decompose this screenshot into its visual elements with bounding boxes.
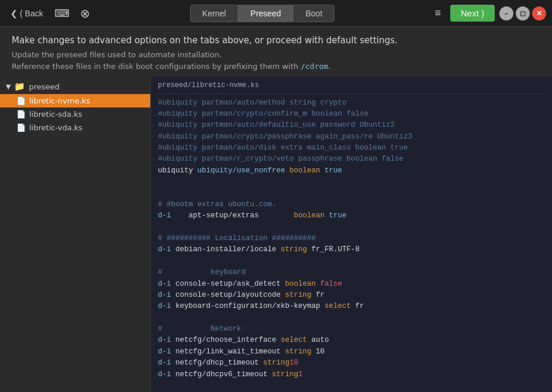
folder-label: preseed: [29, 82, 59, 91]
folder-icon: 📁: [14, 81, 25, 92]
back-label: ( Back: [20, 9, 43, 18]
sub-text-mono: /cdrom: [301, 62, 328, 71]
maximize-button[interactable]: ◻: [516, 6, 530, 20]
code-line: [158, 176, 545, 188]
main-description: Make changes to advanced options on the …: [12, 35, 540, 46]
folder-arrow-icon: ▼: [6, 83, 11, 91]
code-line: #ubiquity partman/crypto/passphrase agai…: [158, 131, 545, 143]
tab-boot[interactable]: Boot: [293, 5, 334, 22]
code-lines: #ubiquity partman/auto/method string cry…: [158, 98, 545, 392]
code-line: #ubiquity partman/r_crypto/veto passphra…: [158, 154, 545, 165]
file-icon-nvme: 📄: [16, 96, 26, 105]
code-line: d-i netcfg/link_wait_timeout string 10: [158, 346, 545, 358]
code-line: d-i netcfg/dhcpv6_timeout string1: [158, 369, 545, 380]
close-circle-icon: ⊗: [80, 6, 90, 20]
code-line: [158, 380, 545, 391]
code-line: d-i console-setup/layoutcode string fr: [158, 290, 545, 301]
maximize-icon: ◻: [520, 9, 526, 18]
code-line: [158, 188, 545, 199]
file-icon-vda: 📄: [16, 123, 26, 132]
sub-text-2: Reference these files in the disk boot c…: [12, 62, 301, 71]
keyboard-button[interactable]: ⌨: [53, 4, 71, 23]
code-line: [158, 256, 545, 267]
code-line: #ubiquity partman/crypto/confirm_m boole…: [158, 109, 545, 120]
tree-item-nvme-label: libretic-nvme.ks: [29, 96, 90, 105]
editor-path: preseed/libretic-nvme.ks: [158, 80, 545, 94]
tree-item-sda[interactable]: 📄 libretic-sda.ks: [0, 107, 150, 121]
code-line: # #bootm extras ubuntu.com.: [158, 199, 545, 210]
code-line: ubiquity ubiquity/use_nonfree boolean tr…: [158, 165, 545, 176]
tree-item-nvme[interactable]: 📄 libretic-nvme.ks: [0, 94, 150, 107]
tree-item-sda-label: libretic-sda.ks: [29, 110, 82, 119]
sub-text-end: .: [328, 62, 330, 71]
tab-group: Kernel Preseed Boot: [190, 5, 334, 22]
tab-preseed[interactable]: Preseed: [238, 5, 293, 22]
hamburger-button[interactable]: ≡: [430, 5, 446, 22]
minimize-button[interactable]: –: [499, 6, 513, 20]
minimize-icon: –: [505, 9, 509, 18]
close-circle-button[interactable]: ⊗: [76, 4, 95, 23]
window-controls: – ◻ ✕: [499, 6, 546, 20]
code-editor[interactable]: preseed/libretic-nvme.ks #ubiquity partm…: [151, 77, 552, 392]
window-close-button[interactable]: ✕: [532, 6, 546, 20]
main-content: ▼ 📁 preseed 📄 libretic-nvme.ks 📄 libreti…: [0, 77, 552, 392]
next-button[interactable]: Next ): [450, 5, 495, 22]
code-line: d-i keyboard-configuration/xkb-keymap se…: [158, 301, 545, 312]
code-line: d-i console-setup/ask_detect boolean fal…: [158, 279, 545, 290]
next-label: Next ): [461, 8, 484, 18]
sub-text-1: Update the preseed files used to automat…: [12, 50, 222, 59]
description-area: Make changes to advanced options on the …: [0, 27, 552, 77]
code-line: # Network: [158, 324, 545, 335]
code-line: [158, 313, 545, 324]
code-line: d-i apt-setup/extras boolean true: [158, 210, 545, 221]
topbar: ❮ ( Back ⌨ ⊗ Kernel Preseed Boot ≡ Next …: [0, 0, 552, 27]
tree-item-vda-label: libretic-vda.ks: [29, 123, 82, 132]
code-line: #ubiquity partman/auto/defaultio_use pas…: [158, 120, 545, 131]
code-line: [158, 222, 545, 233]
window-close-icon: ✕: [536, 9, 542, 18]
code-line: d-i netcfg/dhcp_timeout string10: [158, 358, 545, 369]
code-line: #ubiquity partman/auto/method string cry…: [158, 98, 545, 109]
code-line: # keyboard: [158, 267, 545, 278]
code-line: # ########## Localisation ##########: [158, 233, 545, 244]
code-line: d-i netcfg/choose_interface select auto: [158, 335, 545, 346]
sub-description: Update the preseed files used to automat…: [12, 49, 540, 72]
hamburger-icon: ≡: [434, 7, 441, 19]
file-tree: ▼ 📁 preseed 📄 libretic-nvme.ks 📄 libreti…: [0, 77, 151, 392]
tab-kernel[interactable]: Kernel: [190, 5, 238, 22]
file-icon-sda: 📄: [16, 110, 26, 119]
tree-item-vda[interactable]: 📄 libretic-vda.ks: [0, 121, 150, 134]
tree-folder-preseed[interactable]: ▼ 📁 preseed: [0, 79, 150, 94]
back-button[interactable]: ❮ ( Back: [6, 6, 48, 20]
back-icon: ❮: [11, 9, 18, 18]
code-line: #ubiquity partman/auto/disk extra main_c…: [158, 143, 545, 154]
keyboard-icon: ⌨: [54, 7, 70, 20]
code-line: d-i debian-installer/locale string fr_FR…: [158, 244, 545, 255]
